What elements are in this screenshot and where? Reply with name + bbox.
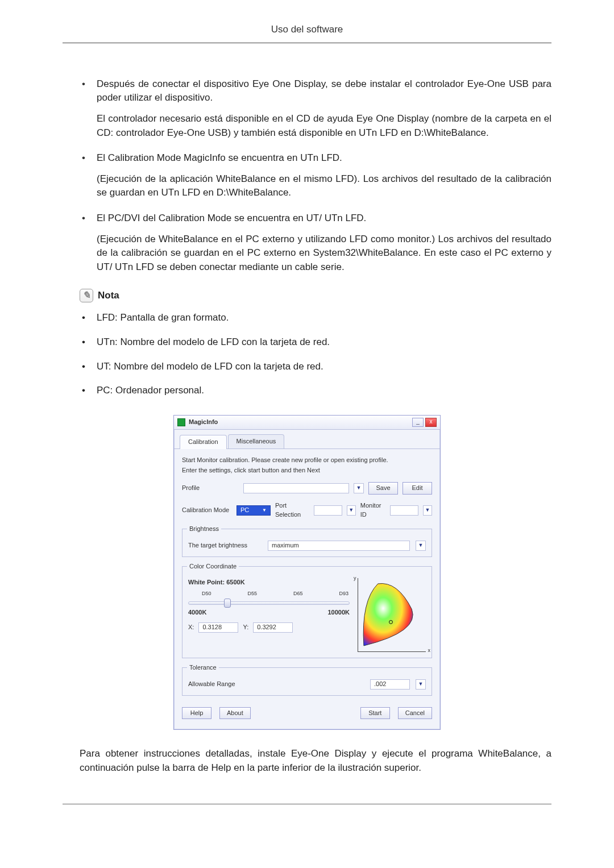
note-icon: ✎ [80,289,93,302]
instruction-line: Enter the settings, click start button a… [182,466,432,475]
y-coord-field[interactable]: 0.3292 [253,622,293,633]
profile-row: Profile ▼ Save Edit [182,482,432,495]
x-coord-field[interactable]: 0.3128 [198,622,238,633]
tolerance-field[interactable]: .002 [370,679,410,690]
slider-range-labels: 4000K 10000K [188,608,350,617]
chevron-down-icon: ▼ [262,507,267,514]
color-coordinate-group: Color Coordinate White Point: 6500K D50 … [182,566,432,658]
range-high: 10000K [327,608,350,617]
monitor-id-field[interactable] [390,505,418,516]
list-item: UT: Nombre del modelo de LFD con la tarj… [80,360,551,374]
y-coord-label: Y: [243,623,248,632]
scale-d50: D50 [202,590,211,597]
color-coordinate-group-title: Color Coordinate [187,562,239,571]
window-title: MagicInfo [189,418,218,427]
color-temp-slider[interactable] [188,601,350,605]
axis-x-label: x [428,647,431,654]
note-bullet-list: LFD: Pantalla de gran formato. UTn: Nomb… [63,311,551,398]
list-item: UTn: Nombre del modelo de LFD con la tar… [80,335,551,350]
profile-label: Profile [182,484,239,493]
calibration-mode-row: Calibration Mode PC ▼ Port Selection ▼ M… [182,501,432,520]
port-dropdown-icon[interactable]: ▼ [347,505,356,516]
cancel-button[interactable]: Cancel [398,707,432,720]
page-title: Uso del software [63,23,551,43]
list-item-sub: (Ejecución de WhiteBalance en el PC exte… [97,232,551,275]
list-item-sub: El controlador necesario está disponible… [97,112,551,140]
port-selection-field[interactable] [314,505,342,516]
white-point-value: 6500K [226,579,244,585]
port-selection-label: Port Selection [275,501,309,520]
minimize-button[interactable]: _ [412,418,424,427]
list-item: El Calibration Mode MagicInfo se encuent… [80,151,551,200]
scale-d55: D55 [247,590,257,597]
instruction-line: Start Monitor calibration. Please create… [182,456,432,465]
tolerance-group: Tolerance Allowable Range .002 ▼ [182,667,432,696]
instruction-text: Start Monitor calibration. Please create… [182,456,432,475]
profile-field[interactable] [243,483,349,493]
app-icon [177,418,185,426]
window-titlebar: MagicInfo _ x [174,416,440,430]
list-item-sub: (Ejecución de la aplicación WhiteBalance… [97,172,551,200]
white-point-label: White Point: 6500K [188,578,350,587]
help-button[interactable]: Help [182,707,211,720]
range-low: 4000K [188,608,206,617]
list-item-text: El PC/DVI del Calibration Mode se encuen… [97,213,366,223]
tolerance-dropdown-icon[interactable]: ▼ [416,679,426,690]
scale-d65: D65 [293,590,303,597]
brightness-group-title: Brightness [187,525,221,534]
gamut-shape-icon [358,578,426,651]
slider-scale-labels: D50 D55 D65 D93 [188,590,350,599]
footer-separator [63,804,551,804]
edit-button[interactable]: Edit [403,482,432,495]
monitor-id-dropdown-icon[interactable]: ▼ [423,505,432,516]
tolerance-label: Allowable Range [188,680,364,689]
list-item-text: El Calibration Mode MagicInfo se encuent… [97,152,342,163]
brightness-dropdown-icon[interactable]: ▼ [416,541,426,551]
dialog-button-bar: Help About Start Cancel [174,698,440,730]
gamut-diagram: y x [358,578,426,652]
tolerance-group-title: Tolerance [187,663,219,672]
white-point-text: White Point: [188,579,225,585]
axis-y-label: y [354,575,356,582]
slider-thumb[interactable] [224,599,231,608]
brightness-group: Brightness The target brightness maximum… [182,529,432,557]
list-item: LFD: Pantalla de gran formato. [80,311,551,325]
save-button[interactable]: Save [368,482,398,495]
note-heading: ✎ Nota [80,289,551,303]
list-item: PC: Ordenador personal. [80,384,551,398]
target-brightness-field[interactable]: maximum [268,541,410,551]
profile-dropdown-icon[interactable]: ▼ [354,483,364,493]
magicinfo-dialog: MagicInfo _ x Calibration Miscellaneous … [173,415,441,730]
tabs-row: Calibration Miscellaneous [174,430,440,449]
calibration-mode-select[interactable]: PC ▼ [237,505,271,516]
calibration-mode-label: Calibration Mode [182,506,232,515]
scale-d93: D93 [339,590,349,597]
tab-calibration[interactable]: Calibration [180,435,227,449]
target-brightness-label: The target brightness [188,541,262,550]
start-button[interactable]: Start [360,707,390,720]
close-button[interactable]: x [425,418,437,427]
primary-bullet-list: Después de conectar el dispositivo Eye O… [63,77,551,275]
about-button[interactable]: About [219,707,251,720]
tab-miscellaneous[interactable]: Miscellaneous [228,434,285,448]
calibration-mode-value: PC [240,506,249,515]
list-item-text: Después de conectar el dispositivo Eye O… [97,78,551,103]
note-label: Nota [98,289,119,303]
monitor-id-label: Monitor ID [360,501,386,520]
list-item: El PC/DVI del Calibration Mode se encuen… [80,211,551,275]
x-coord-label: X: [188,623,194,632]
list-item: Después de conectar el dispositivo Eye O… [80,77,551,140]
closing-paragraph: Para obtener instrucciones detalladas, i… [80,747,551,775]
